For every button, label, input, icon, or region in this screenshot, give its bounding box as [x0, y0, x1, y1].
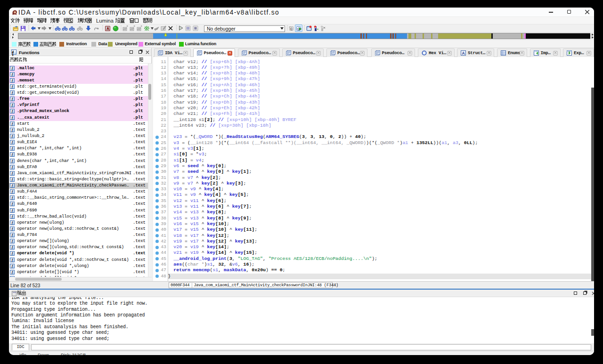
- svg-text:A: A: [462, 51, 464, 56]
- svg-text:C: C: [290, 27, 293, 31]
